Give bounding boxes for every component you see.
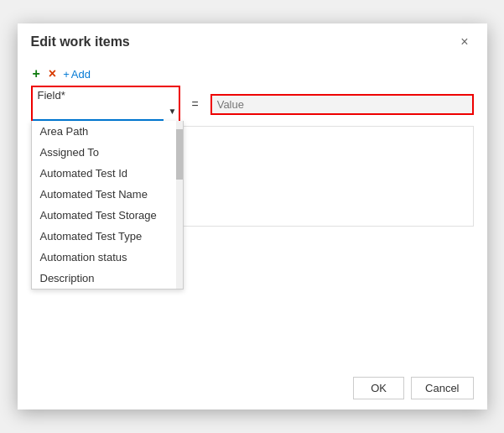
- list-item[interactable]: Automated Test Type: [32, 226, 183, 247]
- dropdown-container: ▼ Area Path Assigned To Automated Test I…: [33, 102, 182, 121]
- dropdown-list: Area Path Assigned To Automated Test Id …: [31, 121, 184, 290]
- dialog-title: Edit work items: [31, 34, 130, 50]
- list-item[interactable]: Assigned To: [32, 142, 183, 163]
- dialog-body: + × + Add Field* ▼: [18, 57, 487, 367]
- scrollbar-thumb[interactable]: [176, 129, 183, 180]
- value-wrapper: [210, 94, 474, 115]
- close-button[interactable]: ×: [455, 34, 473, 50]
- dropdown-arrow-icon[interactable]: ▼: [164, 104, 182, 118]
- dialog-header: Edit work items ×: [18, 23, 487, 57]
- edit-work-items-dialog: Edit work items × + × + Add Field*: [18, 23, 487, 410]
- list-item[interactable]: Automation status: [32, 247, 183, 268]
- add-link[interactable]: + Add: [63, 68, 91, 81]
- dropdown-list-inner: Area Path Assigned To Automated Test Id …: [32, 121, 183, 289]
- add-button[interactable]: +: [31, 67, 42, 81]
- remove-button[interactable]: ×: [47, 67, 58, 81]
- list-item[interactable]: Area Path: [32, 121, 183, 142]
- list-item[interactable]: Automated Test Name: [32, 184, 183, 205]
- field-wrapper: Field* ▼ Area Path Assigned To Automated…: [31, 86, 180, 123]
- dialog-footer: OK Cancel: [18, 367, 487, 410]
- field-input-row: ▼: [33, 102, 182, 121]
- field-row: Field* ▼ Area Path Assigned To Automated…: [31, 86, 474, 123]
- required-star: *: [61, 89, 65, 102]
- scrollbar-track: [176, 121, 183, 289]
- equals-sign: =: [187, 97, 204, 111]
- add-link-label: Add: [71, 68, 91, 81]
- ok-button[interactable]: OK: [353, 377, 404, 399]
- cancel-button[interactable]: Cancel: [411, 377, 473, 399]
- field-label: Field*: [33, 87, 179, 102]
- add-plus-icon: +: [63, 68, 70, 81]
- toolbar-row: + × + Add: [31, 67, 474, 81]
- list-item[interactable]: Description: [32, 268, 183, 289]
- field-input[interactable]: [33, 102, 164, 121]
- list-item[interactable]: Automated Test Storage: [32, 205, 183, 226]
- value-input[interactable]: [212, 96, 472, 113]
- list-item[interactable]: Automated Test Id: [32, 163, 183, 184]
